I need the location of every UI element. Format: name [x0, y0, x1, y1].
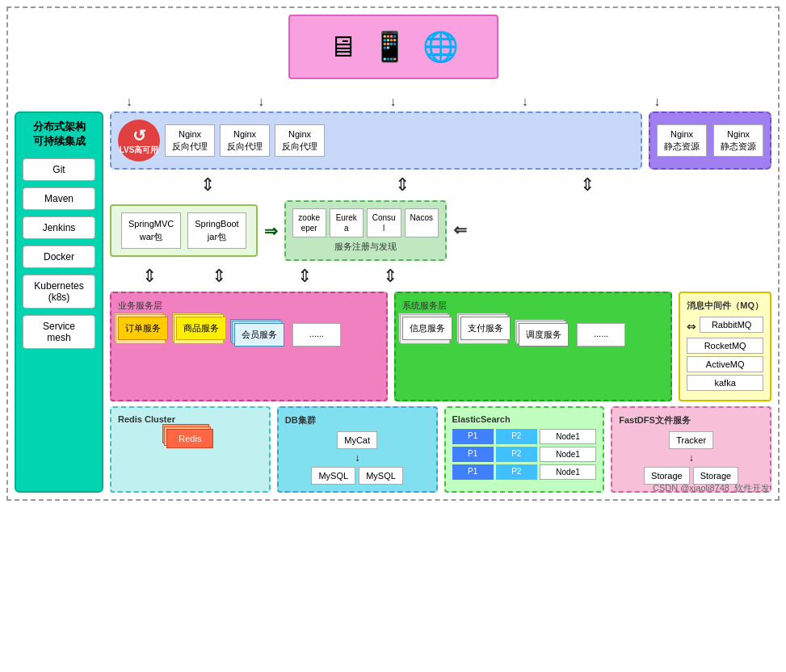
nacos-item: Nacos — [405, 208, 439, 237]
arrow2-3: ⇕ — [297, 267, 312, 285]
tracker-item: Tracker — [669, 431, 713, 449]
es-p2-1: P2 — [496, 429, 537, 444]
nginx-s2-line1: Nginx — [721, 128, 756, 141]
arrow-row-2: ⇕ ⇕ ⇕ ⇕ — [110, 266, 771, 287]
es-p1-3: P1 — [452, 464, 494, 480]
arrow-row-1: ⇕ ⇕ ⇕ — [110, 174, 771, 195]
nginx-1-line1: Nginx — [172, 128, 208, 141]
nginx-2-line1: Nginx — [227, 128, 263, 141]
order-service-card: 订单服务 — [118, 317, 168, 346]
schedule-service-card: 调度服务 — [519, 323, 569, 346]
mq-kafka: kafka — [687, 375, 763, 391]
zookeeper-item: zooke eper — [292, 208, 326, 237]
content-area: ↺ LVS高可用 Nginx 反向代理 Nginx 反向代理 — [110, 111, 771, 493]
main-container: 🖥 📱 🌐 ↓ ↓ ↓ ↓ ↓ 分布式架构 可持续集成 Git Maven Je… — [6, 6, 780, 501]
nginx-s2-line2: 静态资源 — [721, 141, 756, 153]
mysql-1: MySQL — [311, 467, 355, 485]
nginx-3-line2: 反向代理 — [282, 141, 317, 153]
product-service-card: 商品服务 — [176, 317, 226, 346]
client-box: 🖥 📱 🌐 — [288, 15, 498, 79]
mysql-2: MySQL — [359, 467, 403, 485]
sidebar: 分布式架构 可持续集成 Git Maven Jenkins Docker Kub… — [15, 111, 103, 493]
es-box: ElasticSearch P1 P2 Node1 P1 P2 Node1 P1… — [444, 406, 605, 493]
arrow2-1: ⇕ — [142, 267, 157, 285]
globe-icon: 🌐 — [422, 30, 459, 64]
mq-title: 消息中间件（MQ） — [687, 300, 763, 312]
springboot-item: SpringBoot jar包 — [187, 212, 246, 249]
pay-service-label: 支付服务 — [460, 317, 511, 340]
nginx-box-3: Nginx 反向代理 — [275, 124, 325, 158]
nginx-box-1: Nginx 反向代理 — [165, 124, 215, 158]
static-section: Nginx 静态资源 Nginx 静态资源 — [649, 111, 771, 170]
eureka-item: Eurek a — [330, 208, 364, 237]
sys-service-cards: 信息服务 支付服务 调度服务 ...... — [402, 317, 664, 346]
es-node1-1: Node1 — [540, 429, 596, 444]
sys-layer-title: 系统服务层 — [402, 300, 664, 312]
registry-box: zooke eper Eurek a Consu l Nacos 服务注册与发现 — [284, 200, 447, 261]
fastdfs-title: FastDFS文件服务 — [619, 414, 763, 426]
biz-layer: 业务服务层 订单服务 商品服务 — [110, 292, 388, 401]
desktop-icon: 🖥 — [328, 30, 357, 64]
lvs-circle: ↺ LVS高可用 — [118, 120, 160, 162]
es-p1-2: P1 — [452, 447, 494, 462]
mq-rabbit-row: ⇔ RabbitMQ — [687, 317, 763, 335]
pay-service-card: 支付服务 — [460, 317, 511, 346]
product-service-label: 商品服务 — [176, 317, 226, 340]
redis-card: Redis — [166, 429, 213, 448]
sidebar-item-docker: Docker — [23, 246, 95, 268]
nginx-box-2: Nginx 反向代理 — [220, 124, 270, 158]
fastdfs-arrow: ↓ — [689, 452, 694, 464]
es-title: ElasticSearch — [452, 414, 597, 424]
member-service-label: 会员服务 — [234, 323, 284, 346]
db-title: DB集群 — [285, 414, 430, 426]
registry-label: 服务注册与发现 — [334, 241, 397, 253]
nginx-static-1: Nginx 静态资源 — [657, 124, 707, 158]
nginx-s1-line2: 静态资源 — [664, 141, 700, 153]
arrow2-4: ⇕ — [383, 267, 397, 285]
db-items: MyCat ↓ MySQL MySQL — [285, 431, 430, 485]
springboot-l2: jar包 — [195, 231, 238, 243]
arrow-down-3: ⇕ — [580, 176, 595, 194]
redis-card-wrapper: Redis — [166, 429, 213, 448]
arrow2-2: ⇕ — [212, 267, 226, 285]
redis-stack: Redis — [118, 429, 263, 448]
nginx-1-line2: 反向代理 — [172, 141, 208, 153]
fastdfs-box: FastDFS文件服务 Tracker ↓ Storage Storage — [611, 406, 771, 493]
es-node1-3: Node1 — [540, 464, 596, 480]
sys-dots: ...... — [577, 323, 625, 346]
sidebar-item-jenkins: Jenkins — [23, 216, 95, 239]
nginx-2-line2: 反向代理 — [227, 141, 263, 153]
nginx-s1-line1: Nginx — [664, 128, 700, 141]
es-p2-2: P2 — [496, 447, 537, 462]
springmvc-l1: SpringMVC — [128, 218, 174, 230]
top-arrows: ↓ ↓ ↓ ↓ ↓ — [15, 92, 771, 111]
biz-layer-title: 业务服务层 — [118, 300, 380, 312]
nginx-static-2: Nginx 静态资源 — [713, 124, 763, 158]
top-row: ↺ LVS高可用 Nginx 反向代理 Nginx 反向代理 — [110, 111, 771, 170]
biz-service-cards: 订单服务 商品服务 会员服务 — [118, 317, 380, 346]
sidebar-item-git: Git — [23, 158, 95, 181]
nginx-3-line1: Nginx — [282, 128, 317, 141]
arrow-down-2: ⇕ — [395, 176, 410, 194]
mq-box: 消息中间件（MQ） ⇔ RabbitMQ RocketMQ ActiveMQ k… — [679, 292, 771, 401]
db-arrow-down: ↓ — [355, 452, 359, 464]
service-layers-row: 业务服务层 订单服务 商品服务 — [110, 292, 771, 401]
watermark: CSDN @xiaoli8748_软件开发 — [653, 482, 770, 494]
registry-spring-back-arrow: ⇒ — [453, 221, 467, 241]
biz-dots: ...... — [292, 323, 341, 346]
sidebar-item-service-mesh: Service mesh — [23, 315, 95, 349]
mq-active: ActiveMQ — [687, 356, 763, 372]
lvs-label: LVS高可用 — [120, 145, 159, 155]
registry-items: zooke eper Eurek a Consu l Nacos — [292, 208, 439, 237]
es-p2-3: P2 — [496, 464, 537, 480]
mobile-icon: 📱 — [372, 30, 408, 64]
springmvc-item: SpringMVC war包 — [121, 212, 181, 249]
middle-row: SpringMVC war包 SpringBoot jar包 ⇒ zooke e… — [110, 200, 771, 261]
spring-registry-arrow: ⇒ — [264, 221, 278, 241]
redis-box: Redis Cluster Redis — [110, 406, 271, 493]
es-p1-1: P1 — [452, 429, 494, 444]
arrow-down-1: ⇕ — [200, 176, 215, 194]
lb-section: ↺ LVS高可用 Nginx 反向代理 Nginx 反向代理 — [110, 111, 642, 170]
info-service-card: 信息服务 — [402, 317, 452, 346]
schedule-service-label: 调度服务 — [519, 323, 569, 346]
